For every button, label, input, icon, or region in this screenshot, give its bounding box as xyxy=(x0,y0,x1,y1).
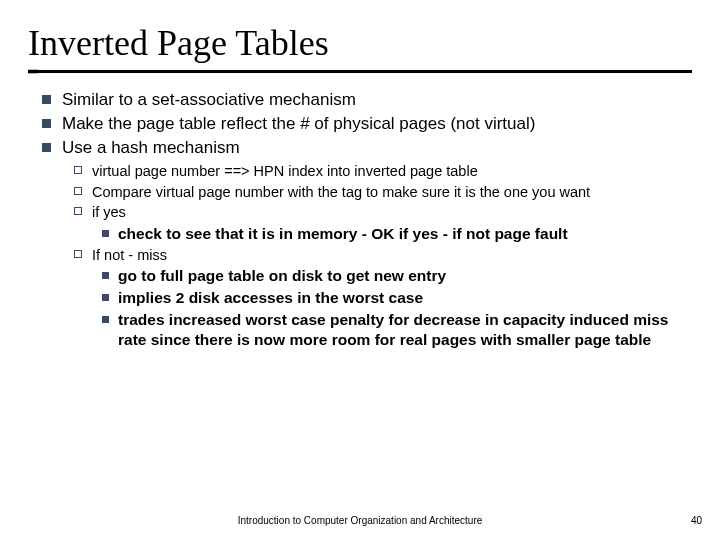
footer-text: Introduction to Computer Organization an… xyxy=(0,515,720,526)
bullet-text: go to full page table on disk to get new… xyxy=(118,267,446,284)
sub-sub-list: go to full page table on disk to get new… xyxy=(92,266,692,349)
bullet-text: trades increased worst case penalty for … xyxy=(118,311,669,348)
bullet-text: virtual page number ==> HPN index into i… xyxy=(92,163,478,179)
list-item: Compare virtual page number with the tag… xyxy=(62,183,692,202)
list-item: virtual page number ==> HPN index into i… xyxy=(62,162,692,181)
bullet-text: Make the page table reflect the # of phy… xyxy=(62,114,535,133)
bullet-text: if yes xyxy=(92,204,126,220)
list-item: trades increased worst case penalty for … xyxy=(92,310,692,350)
list-item: Use a hash mechanism virtual page number… xyxy=(28,137,692,350)
bullet-list: Similar to a set-associative mechanism M… xyxy=(28,89,692,350)
slide: Inverted Page Tables Similar to a set-as… xyxy=(0,0,720,540)
slide-title: Inverted Page Tables xyxy=(28,22,692,64)
list-item: go to full page table on disk to get new… xyxy=(92,266,692,286)
list-item: check to see that it is in memory - OK i… xyxy=(92,224,692,244)
rule-main xyxy=(28,70,692,73)
bullet-text: If not - miss xyxy=(92,247,167,263)
bullet-text: check to see that it is in memory - OK i… xyxy=(118,225,568,242)
bullet-text: Use a hash mechanism xyxy=(62,138,240,157)
footer: Introduction to Computer Organization an… xyxy=(0,515,720,526)
sub-sub-list: check to see that it is in memory - OK i… xyxy=(92,224,692,244)
title-rule xyxy=(28,70,692,75)
list-item: if yes check to see that it is in memory… xyxy=(62,203,692,243)
list-item: If not - miss go to full page table on d… xyxy=(62,246,692,350)
bullet-text: Compare virtual page number with the tag… xyxy=(92,184,590,200)
list-item: implies 2 disk accesses in the worst cas… xyxy=(92,288,692,308)
list-item: Make the page table reflect the # of phy… xyxy=(28,113,692,135)
page-number: 40 xyxy=(691,515,702,526)
sub-list: virtual page number ==> HPN index into i… xyxy=(62,162,692,349)
bullet-text: Similar to a set-associative mechanism xyxy=(62,90,356,109)
list-item: Similar to a set-associative mechanism xyxy=(28,89,692,111)
bullet-text: implies 2 disk accesses in the worst cas… xyxy=(118,289,423,306)
